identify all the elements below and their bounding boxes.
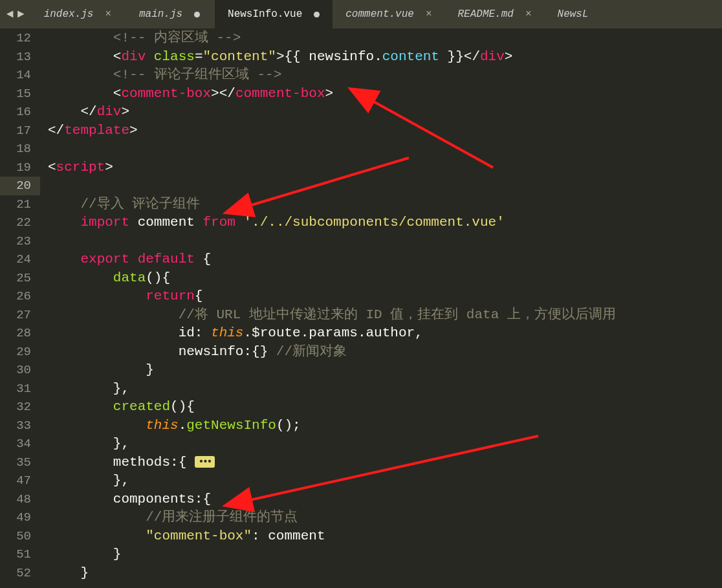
code-line[interactable]: </div>: [48, 103, 722, 122]
line-number: 47: [0, 472, 31, 490]
nav-back-icon[interactable]: ◄: [6, 8, 14, 21]
code-line[interactable]: //将 URL 地址中传递过来的 ID 值，挂在到 data 上，方便以后调用: [48, 306, 722, 325]
code-token: </: [219, 86, 235, 101]
line-number: 30: [0, 361, 31, 380]
code-token: script: [56, 160, 105, 175]
fold-marker-icon[interactable]: •••: [195, 456, 215, 468]
code-line[interactable]: },: [48, 380, 722, 398]
line-number: 33: [0, 417, 31, 435]
code-token: <!-- 评论子组件区域 -->: [113, 67, 281, 82]
line-number: 29: [0, 343, 31, 362]
line-number: 20: [0, 177, 40, 195]
code-line[interactable]: [48, 232, 722, 251]
code-token: //新闻对象: [276, 344, 347, 359]
code-line[interactable]: "comment-box": comment: [48, 527, 722, 546]
code-token: [48, 418, 146, 433]
code-token: class: [154, 49, 195, 64]
code-token: {: [195, 289, 203, 303]
code-line[interactable]: created(){: [48, 398, 722, 417]
code-line[interactable]: return{: [48, 287, 722, 306]
gutter: 1213141516171819202122232425262728293031…: [0, 28, 40, 588]
code-line[interactable]: [48, 140, 722, 158]
code-line[interactable]: },: [48, 472, 722, 490]
line-number: 13: [0, 48, 31, 67]
code-token: }: [48, 362, 154, 377]
code-line[interactable]: <div class="content">{{ newsinfo.content…: [48, 48, 722, 67]
code-line[interactable]: export default {: [48, 250, 722, 269]
line-number: 48: [0, 490, 31, 509]
code-token: (){: [146, 270, 170, 285]
code-area[interactable]: <!-- 内容区域 --> <div class="content">{{ ne…: [40, 28, 722, 588]
code-line[interactable]: components:{: [48, 490, 722, 509]
code-line[interactable]: newsinfo:{} //新闻对象: [48, 343, 722, 362]
code-token: //导入 评论子组件: [80, 197, 200, 212]
code-token: components:{: [48, 492, 211, 506]
code-line[interactable]: id: this.$route.params.author,: [48, 324, 722, 343]
code-token: >: [121, 104, 129, 119]
code-line[interactable]: <script>: [48, 158, 722, 177]
code-token: >: [325, 86, 334, 101]
code-line[interactable]: }: [48, 564, 722, 583]
close-icon[interactable]: ×: [426, 8, 432, 20]
code-token: [48, 289, 146, 303]
code-line[interactable]: import comment from './../subcomponents/…: [48, 213, 722, 232]
code-token: [48, 215, 80, 230]
code-token: content: [382, 49, 439, 64]
code-line[interactable]: <comment-box></comment-box>: [48, 85, 722, 103]
dirty-indicator-icon[interactable]: [194, 12, 200, 17]
code-line[interactable]: //导入 评论子组件: [48, 195, 722, 214]
code-line[interactable]: [48, 177, 722, 195]
code-token: newsinfo:{}: [48, 344, 276, 359]
code-token: this: [211, 325, 243, 340]
code-token: },: [48, 436, 129, 451]
code-line[interactable]: //用来注册子组件的节点: [48, 508, 722, 527]
code-line[interactable]: </template>: [48, 122, 722, 140]
code-line[interactable]: methods:{ •••: [48, 453, 722, 472]
tab-index-js[interactable]: index.js×: [31, 0, 124, 28]
tab-main-js[interactable]: main.js: [124, 0, 215, 28]
code-token: .$route.params.author,: [243, 325, 422, 340]
code-token: [129, 252, 138, 267]
code-token: return: [146, 289, 195, 303]
code-token: [48, 307, 179, 322]
code-token: './../subcomponents/comment.vue': [244, 215, 505, 230]
code-line[interactable]: },: [48, 435, 722, 453]
code-line[interactable]: <!-- 内容区域 -->: [48, 29, 722, 48]
code-line[interactable]: data(){: [48, 269, 722, 288]
nav-forward-icon[interactable]: ►: [17, 8, 25, 21]
tab-readme-md[interactable]: README.md×: [445, 0, 545, 28]
code-token: ();: [276, 418, 301, 433]
code-token: <: [113, 49, 122, 64]
line-number: 31: [0, 380, 31, 398]
tab-comment-vue[interactable]: comment.vue×: [333, 0, 444, 28]
close-icon[interactable]: ×: [525, 8, 532, 20]
tab-label: NewsL: [558, 8, 589, 20]
tab-newsinfo-vue[interactable]: NewsInfo.vue: [215, 0, 333, 28]
code-token: </: [48, 123, 64, 138]
code-token: created: [113, 399, 170, 414]
close-icon[interactable]: ×: [105, 8, 111, 20]
editor[interactable]: 1213141516171819202122232425262728293031…: [0, 28, 722, 588]
code-line[interactable]: <!-- 评论子组件区域 -->: [48, 66, 722, 85]
code-token: : comment: [252, 528, 325, 543]
tab-newsl[interactable]: NewsL: [545, 0, 589, 28]
tab-label: index.js: [44, 8, 94, 20]
code-line[interactable]: this.getNewsInfo();: [48, 417, 722, 435]
dirty-indicator-icon[interactable]: [314, 12, 320, 17]
code-token: <: [113, 86, 122, 101]
code-token: comment-box: [121, 86, 211, 101]
code-token: [48, 528, 146, 543]
code-line[interactable]: }: [48, 361, 722, 380]
code-token: {{ newsinfo: [285, 49, 375, 64]
code-line[interactable]: }: [48, 545, 722, 564]
line-number: 19: [0, 158, 31, 177]
code-token: //用来注册子组件的节点: [146, 510, 298, 525]
code-token: "content": [202, 49, 276, 64]
code-token: import: [80, 215, 129, 230]
tab-label: main.js: [139, 8, 182, 20]
line-number: 35: [0, 453, 31, 472]
tab-bar: index.js×main.jsNewsInfo.vuecomment.vue×…: [31, 0, 722, 28]
line-number: 50: [0, 527, 31, 546]
code-token: [48, 49, 113, 64]
code-token: </: [80, 104, 96, 119]
